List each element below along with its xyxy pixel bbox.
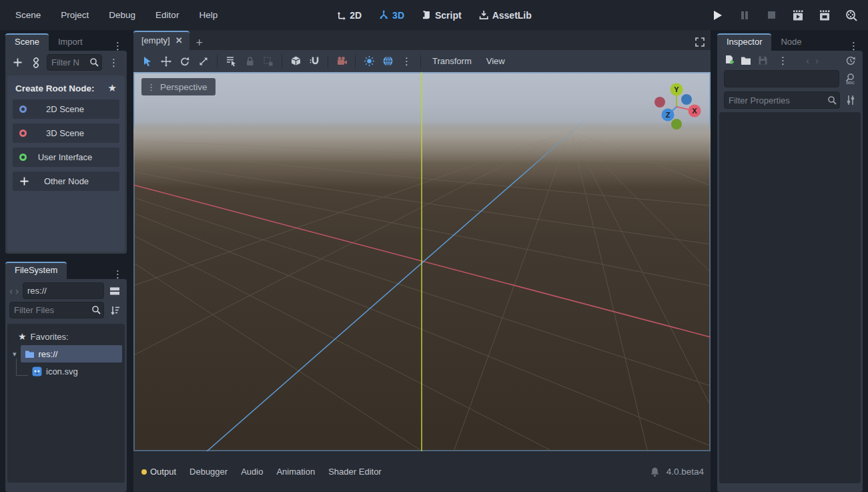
gizmo-neg-y-ball: [671, 119, 682, 130]
open-docs-button[interactable]: DOC: [845, 73, 856, 85]
bottom-panel: Output Debugger Audio Animation Shader E…: [133, 451, 711, 492]
file-tree: ★ Favorites: ▾ res:// icon.svg: [7, 324, 125, 483]
file-row-icon-svg[interactable]: icon.svg: [10, 362, 122, 380]
create-2d-scene-button[interactable]: 2D Scene: [13, 99, 119, 119]
workspace-script-button[interactable]: Script: [422, 10, 462, 21]
camera-preview-button[interactable]: [333, 53, 350, 69]
favorites-label: Favorites:: [31, 332, 69, 342]
version-label[interactable]: 4.0.beta4: [667, 467, 704, 477]
folder-icon: [25, 350, 35, 358]
filter-files-input[interactable]: [9, 302, 104, 318]
output-label: Output: [150, 467, 176, 477]
play-scene-button[interactable]: [792, 9, 804, 21]
filesystem-dock-menu-icon[interactable]: ⋮: [109, 269, 127, 279]
transform-menu[interactable]: Transform: [426, 54, 478, 68]
menu-project[interactable]: Project: [53, 7, 96, 23]
select-cursor-icon: [143, 56, 153, 67]
viewport-3d[interactable]: ⋮ Perspective Y X Z: [133, 72, 711, 451]
load-resource-button[interactable]: [741, 56, 752, 65]
orientation-gizmo[interactable]: Y X Z: [643, 76, 710, 136]
pause-button[interactable]: [739, 9, 751, 21]
create-2d-scene-label: 2D Scene: [27, 104, 103, 114]
create-other-node-button[interactable]: Other Node: [13, 172, 119, 191]
stop-icon: [767, 11, 776, 19]
add-node-button[interactable]: [9, 55, 25, 71]
workspace-2d-button[interactable]: 2D: [336, 10, 362, 21]
history-forward-button[interactable]: ›: [815, 55, 819, 66]
nav-forward-button[interactable]: ›: [15, 285, 19, 296]
tab-node[interactable]: Node: [771, 33, 811, 51]
tab-filesystem[interactable]: FileSystem: [5, 262, 67, 279]
scene-dock-menu-icon[interactable]: ⋮: [109, 41, 127, 51]
favorites-row[interactable]: ★ Favorites:: [10, 328, 122, 345]
rotate-icon: [179, 56, 190, 67]
menu-editor[interactable]: Editor: [148, 7, 186, 23]
filter-properties-input[interactable]: [724, 91, 840, 109]
scene-tab-empty[interactable]: [empty] ✕: [133, 31, 189, 50]
chevron-down-icon[interactable]: ▾: [13, 350, 17, 358]
inspector-dock-menu-icon[interactable]: ⋮: [845, 41, 863, 51]
node2d-icon: [19, 105, 27, 113]
tab-import[interactable]: Import: [49, 33, 92, 51]
bottom-tab-output[interactable]: Output: [141, 463, 183, 481]
new-resource-button[interactable]: [724, 55, 735, 66]
scale-tool-button[interactable]: [195, 53, 212, 69]
play-custom-scene-button[interactable]: [819, 9, 831, 21]
scene-tree-menu-icon[interactable]: ⋮: [105, 57, 123, 67]
preview-environment-button[interactable]: [379, 53, 396, 69]
play-custom-scene-icon: [819, 9, 831, 21]
bottom-tab-audio[interactable]: Audio: [234, 463, 270, 481]
group-icon: [263, 56, 274, 67]
save-resource-button[interactable]: [758, 55, 768, 65]
menu-scene[interactable]: Scene: [8, 7, 48, 23]
expand-viewport-button[interactable]: [695, 37, 705, 47]
instance-scene-button[interactable]: [28, 55, 44, 71]
scene-tab-strip: [empty] ✕ +: [133, 30, 711, 50]
preview-sun-button[interactable]: [360, 53, 378, 69]
notification-bell-icon[interactable]: [650, 467, 660, 477]
gizmo-neg-z-ball: [681, 94, 692, 105]
resource-extra-menu-icon[interactable]: ⋮: [774, 55, 792, 65]
toggle-split-mode-button[interactable]: [107, 283, 123, 299]
play-button[interactable]: [712, 9, 724, 21]
snap-toggle-button[interactable]: [306, 53, 323, 69]
object-name-field[interactable]: [724, 70, 839, 87]
stop-button[interactable]: [765, 9, 777, 21]
perspective-button[interactable]: ⋮ Perspective: [141, 78, 215, 95]
history-back-button[interactable]: ‹: [806, 55, 809, 66]
favorite-star-icon[interactable]: ★: [108, 82, 117, 94]
bottom-tab-animation[interactable]: Animation: [270, 463, 322, 481]
bottom-tab-shader-editor[interactable]: Shader Editor: [322, 463, 388, 481]
create-3d-scene-button[interactable]: 3D Scene: [13, 124, 119, 143]
object-history-button[interactable]: [845, 55, 856, 66]
movie-maker-button[interactable]: [845, 9, 857, 21]
tab-inspector[interactable]: Inspector: [717, 33, 771, 51]
menu-help[interactable]: Help: [191, 7, 225, 23]
menu-debug[interactable]: Debug: [101, 7, 143, 23]
create-ui-scene-button[interactable]: User Interface: [13, 148, 119, 167]
local-space-button[interactable]: [287, 53, 304, 69]
select-tool-button[interactable]: [139, 53, 156, 69]
list-select-button[interactable]: [222, 53, 240, 69]
nav-back-button[interactable]: ‹: [9, 285, 13, 296]
file-sort-button[interactable]: [107, 302, 123, 318]
tab-scene[interactable]: Scene: [5, 33, 49, 51]
res-root-selected[interactable]: res://: [21, 345, 122, 362]
cube-icon: [290, 55, 302, 67]
2d-icon: [336, 10, 346, 20]
new-scene-tab-button[interactable]: +: [189, 36, 210, 50]
lock-node-button[interactable]: [241, 53, 258, 69]
workspace-3d-button[interactable]: 3D: [379, 10, 404, 21]
move-tool-button[interactable]: [157, 53, 175, 69]
view-menu[interactable]: View: [480, 54, 512, 68]
close-icon[interactable]: ✕: [175, 35, 183, 45]
bottom-tab-debugger[interactable]: Debugger: [183, 463, 234, 481]
script-label: Script: [435, 10, 462, 21]
rotate-tool-button[interactable]: [176, 53, 193, 69]
path-input[interactable]: [23, 282, 104, 299]
preview-options-menu-icon[interactable]: ⋮: [398, 56, 416, 66]
group-node-button[interactable]: [260, 53, 277, 69]
axis-lines: [133, 72, 711, 451]
workspace-assetlib-button[interactable]: AssetLib: [479, 10, 532, 21]
property-tools-button[interactable]: [845, 95, 856, 105]
